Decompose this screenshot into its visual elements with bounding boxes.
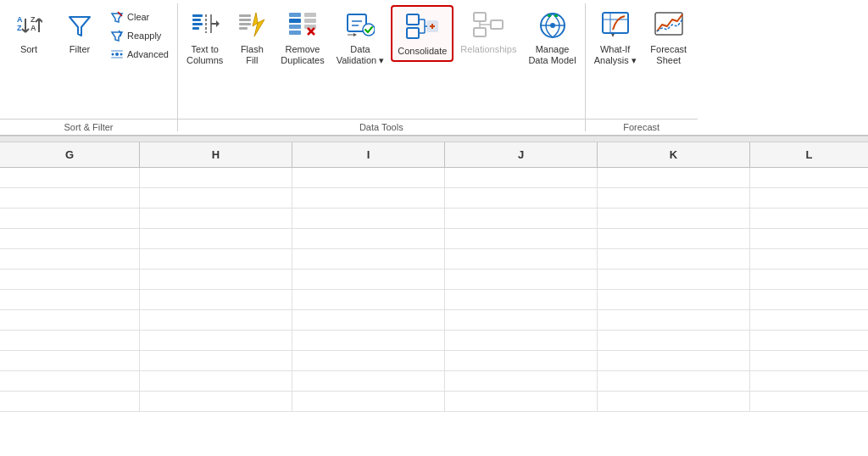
clear-button[interactable]: Clear (107, 8, 172, 25)
grid-cell[interactable] (0, 371, 140, 391)
sort-button[interactable]: A Z Z A So (5, 5, 53, 58)
consolidate-button[interactable]: Consolidate (391, 5, 453, 62)
grid-cell[interactable] (0, 270, 140, 289)
grid-cell[interactable] (598, 310, 750, 330)
grid-cell[interactable] (140, 270, 292, 289)
svg-marker-46 (353, 33, 357, 36)
grid-cell[interactable] (598, 168, 750, 187)
grid-cell[interactable] (598, 270, 750, 289)
col-header-h[interactable]: H (140, 142, 292, 167)
grid-cell[interactable] (292, 229, 445, 248)
grid-cell[interactable] (750, 168, 868, 187)
grid-cell[interactable] (140, 371, 292, 391)
grid-cell[interactable] (750, 331, 868, 350)
reapply-button[interactable]: Reapply (107, 27, 172, 44)
grid-cell[interactable] (445, 331, 598, 350)
flash-fill-button[interactable]: FlashFill (230, 5, 274, 70)
col-header-l[interactable]: L (750, 142, 868, 167)
grid-cell[interactable] (0, 229, 140, 248)
grid-cell[interactable] (750, 209, 868, 228)
grid-cell[interactable] (140, 188, 292, 208)
grid-cell[interactable] (750, 188, 868, 208)
svg-rect-28 (239, 19, 251, 21)
grid-cell[interactable] (445, 229, 598, 248)
grid-cell[interactable] (292, 188, 445, 208)
grid-cell[interactable] (598, 371, 750, 391)
advanced-button[interactable]: Advanced (107, 46, 172, 63)
grid-cell[interactable] (750, 310, 868, 330)
grid-cell[interactable] (140, 249, 292, 269)
remove-duplicates-button[interactable]: RemoveDuplicates (275, 5, 329, 70)
grid-cell[interactable] (0, 290, 140, 309)
grid-cell[interactable] (750, 392, 868, 411)
grid-cell[interactable] (0, 168, 140, 187)
grid-cell[interactable] (445, 188, 598, 208)
grid-cell[interactable] (0, 351, 140, 370)
col-header-j[interactable]: J (445, 142, 598, 167)
grid-cell[interactable] (598, 188, 750, 208)
grid-cell[interactable] (292, 392, 445, 411)
grid-cell[interactable] (750, 371, 868, 391)
grid-cell[interactable] (292, 371, 445, 391)
grid-cell[interactable] (0, 310, 140, 330)
data-tools-group-label: Data Tools (178, 119, 585, 135)
filter-button[interactable]: Filter (56, 5, 103, 58)
grid-cell[interactable] (0, 331, 140, 350)
grid-cell[interactable] (292, 351, 445, 370)
grid-cell[interactable] (445, 290, 598, 309)
grid-cell[interactable] (750, 351, 868, 370)
grid-cell[interactable] (0, 188, 140, 208)
grid-cell[interactable] (140, 392, 292, 411)
text-to-columns-button[interactable]: Text toColumns (181, 5, 228, 70)
grid-cell[interactable] (0, 209, 140, 228)
grid-cell[interactable] (598, 209, 750, 228)
grid-cell[interactable] (140, 351, 292, 370)
grid-cell[interactable] (445, 392, 598, 411)
grid-cell[interactable] (292, 249, 445, 269)
grid-cell[interactable] (598, 249, 750, 269)
svg-rect-30 (239, 27, 248, 30)
grid-cell[interactable] (292, 209, 445, 228)
grid-cell[interactable] (0, 249, 140, 269)
table-row (0, 229, 868, 249)
table-row (0, 310, 868, 331)
grid-cell[interactable] (445, 310, 598, 330)
grid-cell[interactable] (598, 392, 750, 411)
grid-cell[interactable] (0, 392, 140, 411)
grid-cell[interactable] (750, 290, 868, 309)
grid-cell[interactable] (140, 209, 292, 228)
grid-cell[interactable] (598, 331, 750, 350)
grid-cell[interactable] (445, 209, 598, 228)
grid-cell[interactable] (445, 168, 598, 187)
grid-cell[interactable] (750, 249, 868, 269)
grid-cell[interactable] (598, 290, 750, 309)
grid-cell[interactable] (598, 351, 750, 370)
relationships-button[interactable]: Relationships (455, 5, 521, 58)
grid-cell[interactable] (750, 270, 868, 289)
forecast-sheet-button[interactable]: ForecastSheet (643, 5, 694, 70)
grid-cell[interactable] (292, 270, 445, 289)
grid-cell[interactable] (140, 229, 292, 248)
grid-cell[interactable] (445, 249, 598, 269)
col-header-i[interactable]: I (292, 142, 445, 167)
col-header-k[interactable]: K (598, 142, 750, 167)
grid-cell[interactable] (292, 331, 445, 350)
grid-cell[interactable] (750, 229, 868, 248)
table-row (0, 331, 868, 351)
grid-cell[interactable] (140, 290, 292, 309)
grid-cell[interactable] (598, 229, 750, 248)
manage-data-model-button[interactable]: ManageData Model (523, 5, 581, 70)
what-if-analysis-button[interactable]: ▾ What-IfAnalysis ▾ (589, 5, 642, 70)
grid-cell[interactable] (445, 270, 598, 289)
grid-cell[interactable] (445, 351, 598, 370)
grid-cell[interactable] (292, 168, 445, 187)
data-validation-button[interactable]: DataValidation ▾ (331, 5, 390, 70)
grid-cell[interactable] (140, 331, 292, 350)
grid-cell[interactable] (292, 310, 445, 330)
grid-cell[interactable] (140, 310, 292, 330)
grid-cell[interactable] (292, 290, 445, 309)
grid-cell[interactable] (445, 371, 598, 391)
table-row (0, 270, 868, 290)
grid-cell[interactable] (140, 168, 292, 187)
col-header-g[interactable]: G (0, 142, 140, 167)
